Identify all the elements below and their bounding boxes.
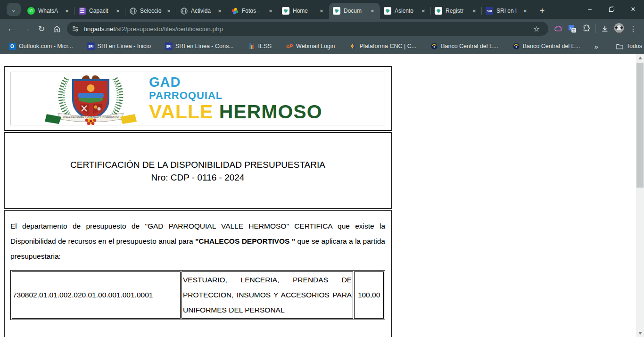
sri-icon: SRI [486,7,493,15]
tab-registro[interactable]: ❋ Registr ✕ [431,3,482,19]
logo-line-valle-hermoso: VALLE HERMOSO [149,102,322,122]
tab-label: WhatsA [38,8,63,14]
new-tab-button[interactable]: + [536,4,549,17]
tab-documento-active[interactable]: ❋ Docum ✕ [329,3,380,19]
banco-central-icon [512,42,520,50]
sri-icon: SRI [165,42,173,50]
svg-text:文: 文 [572,28,576,33]
all-bookmarks-button[interactable]: Todos los marcadores [612,41,644,51]
tab-label: Docum [344,8,369,14]
back-button[interactable]: ← [4,21,19,36]
tab-whatsapp[interactable]: ✆ WhatsA ✕ [24,3,74,19]
scrollbar-thumb[interactable] [636,63,644,188]
tab-home[interactable]: ❋ Home ✕ [278,3,329,19]
gad-logo-text: GAD PARROQUIAL VALLE HERMOSO [149,75,322,122]
minimize-button[interactable]: – [579,0,601,18]
site-settings-icon[interactable] [72,25,79,33]
bookmark-cnc[interactable]: Plataforma CNC | C... [346,41,421,51]
bookmark-outlook[interactable]: O Outlook.com - Micr... [5,41,77,51]
fingads-icon: ❋ [384,7,391,15]
page-content: VALLE HERMOSO TURÍSTICO Y PRODUCTIVO GAD… [0,54,644,337]
close-icon[interactable]: ✕ [165,7,173,15]
budget-code-cell: 730802.01.01.002.020.01.00.001.001.0001 [12,271,181,319]
restore-button[interactable] [601,0,622,18]
budget-table: 730802.01.01.002.020.01.00.001.001.0001 … [10,270,385,320]
cnc-icon [349,42,357,50]
avatar [613,23,625,34]
scroll-up-icon [638,57,642,59]
close-icon[interactable]: ✕ [471,7,478,15]
bookmark-bce-1[interactable]: Banco Central del E... [427,41,502,51]
cdp-number: Nro: CDP - 0116 - 2024 [5,173,391,183]
tab-label: Seleccio [140,8,165,14]
banco-central-icon [430,42,438,50]
address-bar[interactable]: fingads.net/sf2/presupuesto/files/certif… [67,22,548,36]
extension-cloud-icon[interactable] [551,22,565,36]
window-close-button[interactable]: ✕ [622,0,644,18]
bookmark-bce-2[interactable]: Banco Central del E... [509,41,584,51]
bookmark-label: Banco Central del E... [523,43,580,49]
profile-avatar[interactable] [612,22,626,36]
google-photos-icon [231,7,239,15]
body-section: El departamento de presupuesto de "GAD P… [4,210,392,337]
home-button[interactable] [49,21,64,36]
tab-label: Capacit [89,8,114,14]
restore-icon [609,7,614,12]
browser-menu-button[interactable]: ⋮ [626,22,640,36]
tab-strip: ⌄ ✆ WhatsA ✕ Capacit ✕ Seleccio ✕ [0,0,644,19]
scroll-up-button[interactable] [636,54,644,62]
tab-label: Fotos - [242,8,267,14]
bookmark-iess[interactable]: IESS [244,41,276,51]
page-scrollbar[interactable] [636,54,644,337]
forward-button[interactable]: → [19,21,34,36]
gad-logo: VALLE HERMOSO TURÍSTICO Y PRODUCTIVO GAD… [10,72,385,125]
url-text[interactable]: fingads.net/sf2/presupuesto/files/certif… [84,25,529,33]
close-icon[interactable]: ✕ [369,7,376,15]
outlook-icon: O [8,42,16,50]
logo-section: VALLE HERMOSO TURÍSTICO Y PRODUCTIVO GAD… [4,66,392,131]
logo-line-gad: GAD [149,75,322,89]
bookmarks-bar: O Outlook.com - Micr... SRI SRI en Línea… [0,39,644,54]
tab-label: Asiento [395,8,420,14]
certification-document: VALLE HERMOSO TURÍSTICO Y PRODUCTIVO GAD… [4,66,392,337]
tabs-container: ✆ WhatsA ✕ Capacit ✕ Seleccio ✕ Activida… [24,3,533,19]
fingads-icon: ❋ [282,7,289,15]
bookmark-webmail[interactable]: cP Webmail Login [282,41,339,51]
tab-fotos[interactable]: Fotos - ✕ [227,3,278,19]
budget-description-cell: VESTUARIO, LENCERIA, PRENDAS DE PROTECCI… [182,271,353,319]
title-section: CERTIFICACIÓN DE LA DISPONIBILIDAD PRESU… [4,132,392,209]
tab-seleccion[interactable]: Seleccio ✕ [125,3,176,19]
close-icon[interactable]: ✕ [521,7,529,15]
scroll-down-button[interactable] [636,329,644,337]
close-icon[interactable]: ✕ [114,7,122,15]
bookmark-star-button[interactable]: ☆ [529,22,544,36]
tab-capacitacion[interactable]: Capacit ✕ [74,3,125,19]
tab-asientos[interactable]: ❋ Asiento ✕ [380,3,431,19]
bookmark-label: SRI en Línea - Cons... [175,43,234,49]
tab-search-button[interactable]: ⌄ [7,3,21,16]
bookmark-sri-inicio[interactable]: SRI SRI en Línea - Inicio [83,41,155,51]
bookmarks-overflow-button[interactable]: » [590,41,602,52]
tab-sri[interactable]: SRI SRI en l ✕ [482,3,533,19]
bookmark-label: SRI en Línea - Inicio [98,43,151,49]
bookmark-label: Webmail Login [296,43,335,49]
close-icon[interactable]: ✕ [318,7,325,15]
bookmark-sri-consultas[interactable]: SRI SRI en Línea - Cons... [161,41,238,51]
table-row: 730802.01.01.002.020.01.00.001.001.0001 … [12,271,384,319]
close-icon[interactable]: ✕ [420,7,427,15]
close-icon[interactable]: ✕ [216,7,223,15]
fingads-icon: ❋ [333,7,340,15]
valle-hermoso-crest: VALLE HERMOSO TURÍSTICO Y PRODUCTIVO [40,72,141,125]
translate-icon[interactable]: G文 [565,22,579,36]
tab-label: Activida [191,8,216,14]
sri-icon: SRI [87,42,95,50]
tab-actividades[interactable]: Activida ✕ [176,3,227,19]
cpanel-icon: cP [286,42,293,50]
close-icon[interactable]: ✕ [63,7,71,15]
reload-button[interactable]: ↻ [34,21,49,36]
downloads-button[interactable] [598,22,612,36]
logo-line-parroquial: PARROQUIAL [149,90,322,101]
close-icon[interactable]: ✕ [267,7,274,15]
extensions-puzzle-icon[interactable] [579,22,594,36]
budget-amount-cell: 100,00 [354,271,384,319]
